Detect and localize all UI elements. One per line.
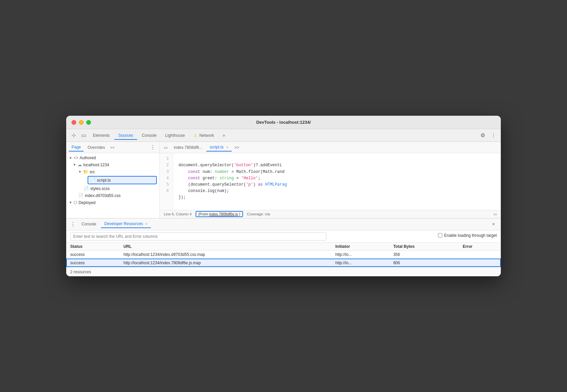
url-search-input[interactable] (70, 232, 326, 240)
developer-resources-close[interactable]: × (145, 222, 147, 226)
deployed-group[interactable]: ▼ ⬡ Deployed (66, 199, 159, 206)
tab-developer-resources[interactable]: Developer Resources × (101, 220, 151, 228)
sources-sidebar-tabbar: Page Overrides >> ⋮ (66, 142, 159, 153)
sidebar-menu-icon[interactable]: ⋮ (149, 144, 157, 151)
bottom-close-icon[interactable]: × (489, 219, 498, 229)
table-row-highlighted[interactable]: success http://localhost:1234/index.7808… (66, 259, 501, 267)
source-file-indicator: (From index.7808df6e.js ) (196, 211, 243, 217)
row1-bytes: 356 (389, 250, 459, 259)
row2-initiator: http://lo... (331, 259, 389, 267)
authored-arrow: ▼ (69, 156, 72, 160)
col-initiator: Initiator (331, 243, 389, 251)
deployed-label: Deployed (79, 200, 96, 205)
enable-loading-label: Enable loading through target (444, 233, 497, 238)
devtools-container: ⊹ ▭ Elements Sources Console Lighthouse … (66, 129, 501, 276)
line-num-6: 6 (164, 188, 169, 194)
code-line-3: const greet: string = 'Hello'; (179, 176, 260, 181)
tab-page[interactable]: Page (69, 143, 84, 152)
maximize-button[interactable] (86, 120, 91, 125)
tab-sources[interactable]: Sources (114, 131, 137, 140)
styles-scss-label: styles.scss (90, 186, 110, 191)
line-numbers: 1 2 3 4 5 6 (160, 153, 173, 210)
localhost-label: localhost:1234 (83, 163, 109, 167)
sources-sidebar: Page Overrides >> ⋮ ▼ <> Authored ▼ ☁ (66, 142, 160, 218)
file-ts-icon: 📄 (90, 178, 96, 183)
resources-table: Status URL Initiator Total Bytes Error s… (66, 243, 501, 267)
traffic-lights (72, 120, 91, 125)
line-num-5: 5 (164, 182, 169, 188)
script-ts-item[interactable]: 📄 script.ts (88, 176, 157, 184)
row1-status: success (66, 250, 119, 259)
row2-bytes: 806 (389, 259, 459, 267)
cloud-icon: ☁ (78, 162, 82, 167)
enable-loading-checkbox[interactable] (438, 233, 442, 237)
inspect-icon[interactable]: ⊹ (69, 131, 78, 140)
minimize-button[interactable] (79, 120, 84, 125)
cursor-position: Line 6, Column 4 (164, 212, 192, 216)
line-num-2: 2 (164, 162, 169, 169)
deployed-arrow: ▼ (69, 201, 72, 204)
tab-lighthouse[interactable]: Lighthouse (161, 131, 189, 140)
source-file-link[interactable]: index.7808df6e.js (209, 212, 238, 216)
coverage-label: Coverage: n/a (247, 212, 270, 216)
tab-overrides[interactable]: Overrides (85, 144, 108, 151)
bottom-panel-tabbar: ⋮ Console Developer Resources × × (66, 218, 501, 230)
code-line-5: console.log(num); (179, 189, 229, 193)
bottom-menu-icon[interactable]: ⋮ (69, 221, 77, 227)
src-group[interactable]: ▼ 📁 src (66, 168, 159, 175)
tab-elements[interactable]: Elements (89, 131, 114, 140)
main-content: Page Overrides >> ⋮ ▼ <> Authored ▼ ☁ (66, 142, 501, 218)
more-sidebar-tabs[interactable]: >> (110, 145, 115, 150)
styles-scss-item[interactable]: 📄 styles.scss (66, 185, 159, 192)
col-status: Status (66, 243, 119, 251)
tab-close-icon[interactable]: × (226, 145, 228, 149)
devtools-toolbar-right: ⚙ ⋮ (478, 131, 498, 140)
tab-index-js[interactable]: index.7808df6... (171, 144, 206, 151)
table-row[interactable]: success http://localhost:1234/index.d970… (66, 250, 501, 259)
code-line-2: const num: number = Math.floor(Math.rand (179, 170, 285, 174)
src-label: src (90, 170, 95, 174)
code-line-6: }); (179, 195, 186, 200)
device-icon[interactable]: ▭ (79, 131, 88, 140)
more-tabs-button[interactable]: » (219, 131, 229, 140)
editor-panel-icon[interactable]: ▭ (161, 143, 170, 152)
code-icon: <> (74, 156, 78, 160)
index-css-label: index.d9703d55.css (85, 193, 121, 198)
tab-network[interactable]: ⚠ Network (190, 131, 218, 140)
resources-footer: 2 resources (66, 267, 501, 276)
code-content[interactable]: document.querySelector('button')?.addEve… (173, 153, 501, 210)
file-css-icon: 📄 (78, 193, 84, 198)
editor-tabbar: ▭ index.7808df6... script.ts × >> (160, 142, 501, 153)
bottom-panel: ⋮ Console Developer Resources × × Enable… (66, 218, 501, 276)
code-line-1: document.querySelector('button')?.addEve… (179, 163, 282, 168)
editor-area: ▭ index.7808df6... script.ts × >> 1 2 (160, 142, 501, 218)
row1-error (459, 250, 501, 259)
col-error: Error (459, 243, 501, 251)
row2-url: http://localhost:1234/index.7808df6e.js.… (119, 259, 331, 267)
close-button[interactable] (72, 120, 76, 125)
tab-index-label: index.7808df6... (174, 145, 202, 150)
more-options-icon[interactable]: ⋮ (489, 131, 498, 140)
authored-group[interactable]: ▼ <> Authored (66, 155, 159, 161)
tab-script-ts[interactable]: script.ts × (206, 143, 232, 152)
col-url: URL (119, 243, 331, 251)
tab-script-label: script.ts (210, 145, 223, 150)
more-editor-tabs[interactable]: >> (232, 144, 241, 151)
source-suffix: ) (239, 212, 240, 216)
window-title: DevTools - localhost:1234/ (256, 120, 311, 125)
status-bar: Line 6, Column 4 (From index.7808df6e.js… (160, 210, 501, 218)
row1-url: http://localhost:1234/index.d9703d55.css… (119, 250, 331, 259)
index-css-item[interactable]: 📄 index.d9703d55.css (66, 192, 159, 199)
tab-console-bottom[interactable]: Console (78, 220, 100, 228)
localhost-arrow: ▼ (73, 163, 76, 167)
folder-icon: 📁 (83, 169, 88, 174)
code-editor[interactable]: 1 2 3 4 5 6 document.querySelector('butt… (160, 153, 501, 210)
devtools-window: DevTools - localhost:1234/ ⊹ ▭ Elements … (66, 116, 501, 276)
col-total-bytes: Total Bytes (389, 243, 459, 251)
network-warning-icon: ⚠ (194, 133, 197, 138)
script-ts-label: script.ts (97, 178, 111, 183)
settings-icon[interactable]: ⚙ (478, 131, 487, 140)
tab-console[interactable]: Console (138, 131, 160, 140)
localhost-group[interactable]: ▼ ☁ localhost:1234 (66, 161, 159, 168)
screen-icon[interactable]: ▭ (493, 212, 497, 216)
